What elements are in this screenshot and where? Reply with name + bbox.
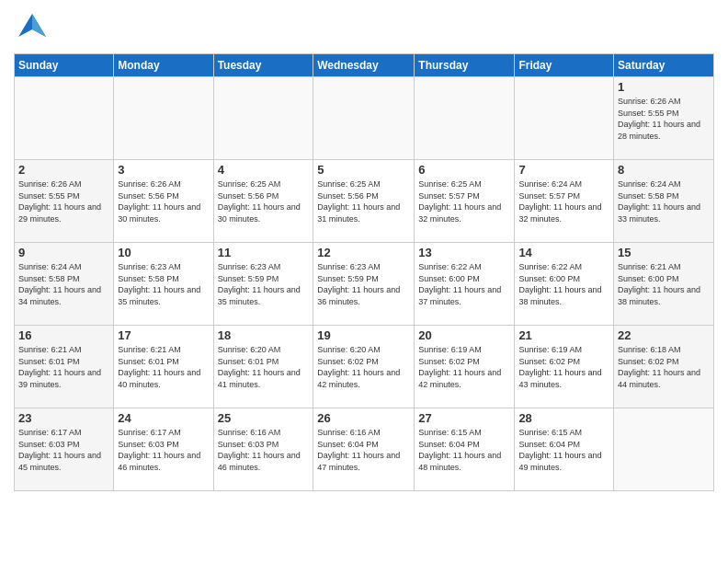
calendar-cell: 7Sunrise: 6:24 AM Sunset: 5:57 PM Daylig… bbox=[515, 160, 614, 243]
calendar-cell: 13Sunrise: 6:22 AM Sunset: 6:00 PM Dayli… bbox=[415, 243, 515, 326]
calendar-cell: 19Sunrise: 6:20 AM Sunset: 6:02 PM Dayli… bbox=[313, 326, 415, 408]
calendar-cell: 21Sunrise: 6:19 AM Sunset: 6:02 PM Dayli… bbox=[515, 326, 614, 408]
day-info: Sunrise: 6:20 AM Sunset: 6:02 PM Dayligh… bbox=[317, 344, 410, 390]
day-info: Sunrise: 6:23 AM Sunset: 5:59 PM Dayligh… bbox=[317, 261, 410, 307]
calendar-cell: 10Sunrise: 6:23 AM Sunset: 5:58 PM Dayli… bbox=[114, 243, 213, 326]
day-info: Sunrise: 6:26 AM Sunset: 5:55 PM Dayligh… bbox=[18, 178, 109, 224]
day-info: Sunrise: 6:15 AM Sunset: 6:04 PM Dayligh… bbox=[518, 427, 609, 473]
calendar-cell: 28Sunrise: 6:15 AM Sunset: 6:04 PM Dayli… bbox=[515, 408, 614, 491]
calendar-cell: 14Sunrise: 6:22 AM Sunset: 6:00 PM Dayli… bbox=[515, 243, 614, 326]
day-info: Sunrise: 6:25 AM Sunset: 5:56 PM Dayligh… bbox=[218, 178, 310, 224]
day-info: Sunrise: 6:21 AM Sunset: 6:01 PM Dayligh… bbox=[18, 344, 109, 390]
calendar-header: SundayMondayTuesdayWednesdayThursdayFrid… bbox=[15, 54, 714, 77]
calendar-cell: 20Sunrise: 6:19 AM Sunset: 6:02 PM Dayli… bbox=[415, 326, 515, 408]
day-number: 16 bbox=[18, 328, 109, 342]
header bbox=[14, 9, 714, 46]
day-number: 11 bbox=[218, 246, 310, 259]
day-number: 27 bbox=[418, 411, 510, 425]
day-info: Sunrise: 6:22 AM Sunset: 6:00 PM Dayligh… bbox=[418, 261, 510, 307]
logo bbox=[14, 9, 51, 46]
weekday-saturday: Saturday bbox=[614, 54, 714, 77]
day-number: 9 bbox=[18, 246, 109, 259]
calendar: SundayMondayTuesdayWednesdayThursdayFrid… bbox=[14, 53, 714, 491]
day-info: Sunrise: 6:20 AM Sunset: 6:01 PM Dayligh… bbox=[218, 344, 310, 390]
day-number: 1 bbox=[618, 80, 710, 94]
calendar-cell: 11Sunrise: 6:23 AM Sunset: 5:59 PM Dayli… bbox=[213, 243, 313, 326]
day-info: Sunrise: 6:25 AM Sunset: 5:56 PM Dayligh… bbox=[317, 178, 410, 224]
day-number: 10 bbox=[118, 246, 209, 259]
day-number: 4 bbox=[218, 163, 310, 177]
day-info: Sunrise: 6:21 AM Sunset: 6:01 PM Dayligh… bbox=[118, 344, 209, 390]
day-info: Sunrise: 6:19 AM Sunset: 6:02 PM Dayligh… bbox=[418, 344, 510, 390]
day-info: Sunrise: 6:16 AM Sunset: 6:03 PM Dayligh… bbox=[218, 427, 310, 473]
day-info: Sunrise: 6:25 AM Sunset: 5:57 PM Dayligh… bbox=[418, 178, 510, 224]
calendar-body: 1Sunrise: 6:26 AM Sunset: 5:55 PM Daylig… bbox=[15, 77, 714, 491]
day-number: 28 bbox=[518, 411, 609, 425]
calendar-cell: 25Sunrise: 6:16 AM Sunset: 6:03 PM Dayli… bbox=[213, 408, 313, 491]
calendar-cell bbox=[614, 408, 714, 491]
calendar-cell bbox=[515, 77, 614, 160]
calendar-cell bbox=[313, 77, 415, 160]
day-number: 13 bbox=[418, 246, 510, 259]
day-number: 23 bbox=[18, 411, 109, 425]
calendar-cell: 12Sunrise: 6:23 AM Sunset: 5:59 PM Dayli… bbox=[313, 243, 415, 326]
day-number: 15 bbox=[618, 246, 710, 259]
calendar-cell: 26Sunrise: 6:16 AM Sunset: 6:04 PM Dayli… bbox=[313, 408, 415, 491]
day-number: 2 bbox=[18, 163, 109, 177]
day-number: 24 bbox=[118, 411, 209, 425]
calendar-cell bbox=[114, 77, 213, 160]
calendar-cell: 24Sunrise: 6:17 AM Sunset: 6:03 PM Dayli… bbox=[114, 408, 213, 491]
day-number: 7 bbox=[518, 163, 609, 177]
day-number: 5 bbox=[317, 163, 410, 177]
calendar-cell: 16Sunrise: 6:21 AM Sunset: 6:01 PM Dayli… bbox=[15, 326, 114, 408]
day-info: Sunrise: 6:23 AM Sunset: 5:58 PM Dayligh… bbox=[118, 261, 209, 307]
day-info: Sunrise: 6:24 AM Sunset: 5:57 PM Dayligh… bbox=[518, 178, 609, 224]
day-info: Sunrise: 6:19 AM Sunset: 6:02 PM Dayligh… bbox=[518, 344, 609, 390]
calendar-cell bbox=[15, 77, 114, 160]
calendar-cell: 17Sunrise: 6:21 AM Sunset: 6:01 PM Dayli… bbox=[114, 326, 213, 408]
calendar-cell: 2Sunrise: 6:26 AM Sunset: 5:55 PM Daylig… bbox=[15, 160, 114, 243]
day-info: Sunrise: 6:24 AM Sunset: 5:58 PM Dayligh… bbox=[618, 178, 710, 224]
calendar-cell: 8Sunrise: 6:24 AM Sunset: 5:58 PM Daylig… bbox=[614, 160, 714, 243]
day-number: 6 bbox=[418, 163, 510, 177]
calendar-cell: 27Sunrise: 6:15 AM Sunset: 6:04 PM Dayli… bbox=[415, 408, 515, 491]
calendar-cell: 5Sunrise: 6:25 AM Sunset: 5:56 PM Daylig… bbox=[313, 160, 415, 243]
day-info: Sunrise: 6:26 AM Sunset: 5:56 PM Dayligh… bbox=[118, 178, 209, 224]
week-row-0: 1Sunrise: 6:26 AM Sunset: 5:55 PM Daylig… bbox=[15, 77, 714, 160]
week-row-4: 23Sunrise: 6:17 AM Sunset: 6:03 PM Dayli… bbox=[15, 408, 714, 491]
day-info: Sunrise: 6:15 AM Sunset: 6:04 PM Dayligh… bbox=[418, 427, 510, 473]
weekday-tuesday: Tuesday bbox=[213, 54, 313, 77]
day-number: 12 bbox=[317, 246, 410, 259]
page: SundayMondayTuesdayWednesdayThursdayFrid… bbox=[0, 0, 728, 563]
day-info: Sunrise: 6:24 AM Sunset: 5:58 PM Dayligh… bbox=[18, 261, 109, 307]
calendar-cell: 1Sunrise: 6:26 AM Sunset: 5:55 PM Daylig… bbox=[614, 77, 714, 160]
day-number: 26 bbox=[317, 411, 410, 425]
day-number: 14 bbox=[518, 246, 609, 259]
day-info: Sunrise: 6:21 AM Sunset: 6:00 PM Dayligh… bbox=[618, 261, 710, 307]
day-number: 3 bbox=[118, 163, 209, 177]
day-number: 18 bbox=[218, 328, 310, 342]
weekday-thursday: Thursday bbox=[415, 54, 515, 77]
day-info: Sunrise: 6:17 AM Sunset: 6:03 PM Dayligh… bbox=[118, 427, 209, 473]
day-info: Sunrise: 6:16 AM Sunset: 6:04 PM Dayligh… bbox=[317, 427, 410, 473]
weekday-wednesday: Wednesday bbox=[313, 54, 415, 77]
week-row-1: 2Sunrise: 6:26 AM Sunset: 5:55 PM Daylig… bbox=[15, 160, 714, 243]
calendar-cell: 23Sunrise: 6:17 AM Sunset: 6:03 PM Dayli… bbox=[15, 408, 114, 491]
day-number: 17 bbox=[118, 328, 209, 342]
calendar-cell: 18Sunrise: 6:20 AM Sunset: 6:01 PM Dayli… bbox=[213, 326, 313, 408]
calendar-cell: 6Sunrise: 6:25 AM Sunset: 5:57 PM Daylig… bbox=[415, 160, 515, 243]
calendar-cell: 3Sunrise: 6:26 AM Sunset: 5:56 PM Daylig… bbox=[114, 160, 213, 243]
day-number: 21 bbox=[518, 328, 609, 342]
calendar-cell: 15Sunrise: 6:21 AM Sunset: 6:00 PM Dayli… bbox=[614, 243, 714, 326]
svg-marker-1 bbox=[32, 14, 46, 37]
day-number: 25 bbox=[218, 411, 310, 425]
day-info: Sunrise: 6:23 AM Sunset: 5:59 PM Dayligh… bbox=[218, 261, 310, 307]
day-number: 19 bbox=[317, 328, 410, 342]
day-number: 20 bbox=[418, 328, 510, 342]
calendar-cell: 4Sunrise: 6:25 AM Sunset: 5:56 PM Daylig… bbox=[213, 160, 313, 243]
day-info: Sunrise: 6:18 AM Sunset: 6:02 PM Dayligh… bbox=[618, 344, 710, 390]
day-number: 8 bbox=[618, 163, 710, 177]
week-row-2: 9Sunrise: 6:24 AM Sunset: 5:58 PM Daylig… bbox=[15, 243, 714, 326]
day-number: 22 bbox=[618, 328, 710, 342]
weekday-friday: Friday bbox=[515, 54, 614, 77]
